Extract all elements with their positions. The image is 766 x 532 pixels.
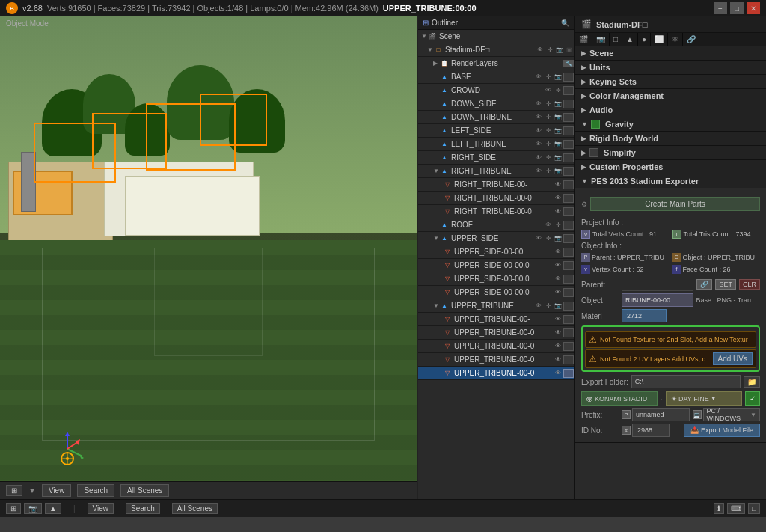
cursor-icon[interactable]: ✛ [545, 46, 554, 55]
select-icon[interactable]: ✛ [544, 126, 553, 135]
outliner-item-rt1[interactable]: ▽ RIGHT_TRIBUNE-00- 👁 [418, 178, 574, 192]
statusbar-mesh-btn[interactable]: ▲ [45, 503, 61, 514]
material-input[interactable]: 2712 [622, 309, 667, 322]
all-scenes-button[interactable]: All Scenes [172, 503, 218, 514]
eye-icon[interactable]: 👁 [534, 113, 543, 122]
render-icon[interactable]: 📷 [555, 46, 564, 55]
select-icon[interactable]: ✛ [544, 140, 553, 149]
day-fine-btn[interactable]: ☀ DAY FINE ▼ [666, 391, 742, 406]
outliner-item-us3[interactable]: ▽ UPPER_SIDE-00-00.0 👁 [418, 272, 574, 286]
eye-icon[interactable]: 👁 [534, 167, 543, 176]
eye-icon[interactable]: 👁 [554, 315, 563, 324]
outliner-item-us1[interactable]: ▽ UPPER_SIDE-00-00 👁 [418, 245, 574, 259]
tab-object[interactable]: □ [610, 33, 622, 46]
eye-icon[interactable]: 👁 [554, 261, 563, 270]
maximize-button[interactable]: □ [730, 2, 744, 14]
eye-icon[interactable]: 👁 [554, 180, 563, 189]
section-audio-header[interactable]: ▶ Audio [575, 103, 766, 117]
restrict-select[interactable]: ✛ [544, 73, 553, 82]
tab-mesh[interactable]: ▲ [622, 33, 638, 46]
restrict-view[interactable]: 📷 [554, 73, 563, 82]
eye-icon[interactable]: 👁 [534, 153, 543, 162]
viewport-mode-btn[interactable]: ⊞ [6, 485, 22, 496]
export-model-btn[interactable]: 📤 Export Model File [684, 424, 760, 437]
eye-icon[interactable]: 👁 [534, 140, 543, 149]
link-icon-btn[interactable]: 🔗 [696, 279, 712, 290]
render-icon[interactable]: 📷 [554, 302, 563, 311]
id-input[interactable]: 2988 [632, 424, 670, 437]
render-icon[interactable]: 📷 [554, 234, 563, 243]
outliner-item-scene[interactable]: ▼ 🎬 Scene [418, 30, 574, 43]
tab-render[interactable]: 📷 [592, 33, 610, 46]
outliner-item-us2[interactable]: ▽ UPPER_SIDE-00-00.0 👁 [418, 259, 574, 272]
section-scene-header[interactable]: ▶ Scene [575, 46, 766, 60]
confirm-btn[interactable]: ✓ [745, 391, 760, 406]
select-icon[interactable]: ✛ [544, 100, 553, 108]
folder-path-input[interactable]: C:\ [631, 375, 741, 388]
outliner-item-rightside[interactable]: ▶ ▲ RIGHT_SIDE 👁 ✛ 📷 [418, 151, 574, 165]
select-icon[interactable]: ✛ [544, 302, 553, 311]
view-button[interactable]: View [42, 484, 72, 497]
parent-input[interactable] [622, 278, 693, 291]
outliner-item-roof[interactable]: ▶ ▲ ROOF 👁 ✛ [418, 218, 574, 232]
object-input[interactable]: RIBUNE-00-00 [622, 293, 693, 307]
render-icon[interactable]: 📷 [554, 100, 563, 108]
render-icon[interactable]: 📷 [554, 167, 563, 176]
search-button[interactable]: Search [77, 484, 114, 497]
outliner-item-ut5-selected[interactable]: ▽ UPPER_TRIBUNE-00-0 👁 [418, 367, 574, 380]
eye-icon[interactable]: 👁 [554, 194, 563, 203]
outliner-item-rt3[interactable]: ▽ RIGHT_TRIBUNE-00-0 👁 [418, 205, 574, 218]
eye-icon[interactable]: 👁 [544, 86, 553, 95]
section-simplify-header[interactable]: ▶ Simplify [575, 146, 766, 159]
add-uvs-btn[interactable]: Add UVs [713, 352, 753, 365]
platform-dropdown[interactable]: PC / WINDOWS ▼ [703, 408, 761, 421]
eye-icon[interactable]: 👁 [554, 355, 563, 364]
outliner-item-downtribune[interactable]: ▶ ▲ DOWN_TRIBUNE 👁 ✛ 📷 [418, 111, 574, 124]
create-main-parts-btn[interactable]: Create Main Parts [590, 197, 760, 211]
eye-icon[interactable]: 👁 [554, 288, 563, 297]
section-rigidbody-header[interactable]: ▶ Rigid Body World [575, 132, 766, 145]
select-icon[interactable]: ✛ [554, 221, 563, 230]
render-icon[interactable]: 📷 [554, 140, 563, 149]
outliner-item-uppertribune[interactable]: ▼ ▲ UPPER_TRIBUNE 👁 ✛ 📷 [418, 299, 574, 313]
outliner-item-upperside[interactable]: ▼ ▲ UPPER_SIDE 👁 ✛ 📷 [418, 232, 574, 245]
statusbar-render-btn[interactable]: 📷 [24, 503, 42, 514]
clr-btn[interactable]: CLR [739, 279, 760, 290]
tab-physics[interactable]: ⚛ [668, 33, 683, 46]
folder-browse-btn[interactable]: 📁 [744, 376, 760, 388]
outliner-item-stadium[interactable]: ▼ □ Stadium-DF□ 👁 ✛ 📷 ▣ [418, 43, 574, 57]
tab-material[interactable]: ● [638, 33, 651, 46]
outliner-item-crowd[interactable]: ▶ ▲ CROWD 👁 ✛ [418, 84, 574, 97]
outliner-item-rt2[interactable]: ▽ RIGHT_TRIBUNE-00-0 👁 [418, 192, 574, 205]
select-icon[interactable]: ✛ [544, 234, 553, 243]
section-keying-header[interactable]: ▶ Keying Sets [575, 75, 766, 88]
outliner-item-ut2[interactable]: ▽ UPPER_TRIBUNE-00-0 👁 [418, 326, 574, 340]
eye-icon[interactable]: 👁 [534, 126, 543, 135]
section-pes-header[interactable]: ▼ PES 2013 Stadium Exporter [575, 174, 766, 188]
eye-icon[interactable]: 👁 [554, 342, 563, 351]
tab-scene[interactable]: 🎬 [575, 33, 592, 46]
outliner-item-base[interactable]: ▶ ▲ BASE 👁 ✛ 📷 [418, 70, 574, 84]
select-icon[interactable]: ✛ [554, 86, 563, 95]
outliner-item-us4[interactable]: ▽ UPPER_SIDE-00-00.0 👁 [418, 286, 574, 299]
outliner-item-leftside[interactable]: ▶ ▲ LEFT_SIDE 👁 ✛ 📷 [418, 124, 574, 138]
render-icon[interactable]: 📷 [554, 153, 563, 162]
select-icon[interactable]: ✛ [544, 167, 553, 176]
eye-icon[interactable]: 👁 [554, 275, 563, 284]
section-units-header[interactable]: ▶ Units [575, 61, 766, 74]
search-button[interactable]: Search [126, 503, 160, 514]
eye-icon[interactable]: 👁 [554, 369, 563, 378]
eye-icon[interactable]: 👁 [534, 100, 543, 108]
console-btn[interactable]: ⌨ [727, 503, 745, 514]
statusbar-scene-btn[interactable]: ⊞ [6, 503, 21, 514]
eye-icon[interactable]: 👁 [554, 248, 563, 257]
outliner-item-lefttribune[interactable]: ▶ ▲ LEFT_TRIBUNE 👁 ✛ 📷 [418, 138, 574, 151]
section-custom-header[interactable]: ▶ Custom Properties [575, 160, 766, 174]
render-icon[interactable]: 📷 [554, 113, 563, 122]
select-icon[interactable]: ✛ [544, 153, 553, 162]
minimize-button[interactable]: − [714, 2, 727, 14]
outliner-item-renderlayers[interactable]: ▶ 📋 RenderLayers 🔧 [418, 57, 574, 70]
tab-constraints[interactable]: 🔗 [683, 33, 699, 46]
gravity-checkbox[interactable] [591, 120, 600, 129]
all-scenes-button[interactable]: All Scenes [120, 484, 169, 497]
